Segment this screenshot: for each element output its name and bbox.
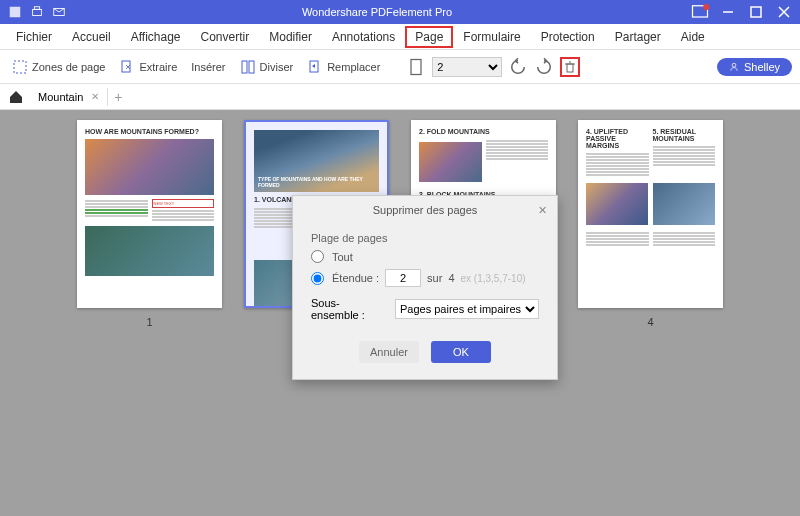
cancel-button[interactable]: Annuler — [359, 341, 419, 363]
close-icon[interactable] — [772, 2, 796, 22]
menu-protection[interactable]: Protection — [531, 26, 605, 48]
radio-all[interactable] — [311, 250, 324, 263]
titlebar: Wondershare PDFelement Pro — [0, 0, 800, 24]
tabbar: Mountain✕ + — [0, 84, 800, 110]
notification-icon[interactable] — [688, 2, 712, 22]
dialog-close-icon[interactable]: ✕ — [538, 204, 547, 217]
svg-rect-1 — [33, 9, 42, 15]
document-tab[interactable]: Mountain✕ — [30, 88, 108, 106]
page-select[interactable]: 2 — [432, 57, 502, 77]
tool-zones[interactable]: Zones de page — [8, 56, 109, 78]
svg-rect-8 — [14, 61, 26, 73]
delete-pages-dialog: Supprimer des pages ✕ Plage de pages Tou… — [292, 195, 558, 380]
ok-button[interactable]: OK — [431, 341, 491, 363]
extract-icon — [119, 59, 135, 75]
svg-point-17 — [732, 63, 736, 67]
split-icon — [240, 59, 256, 75]
svg-rect-13 — [411, 59, 421, 74]
menu-affichage[interactable]: Affichage — [121, 26, 191, 48]
svg-rect-2 — [34, 7, 39, 10]
menu-aide[interactable]: Aide — [671, 26, 715, 48]
tool-replace[interactable]: Remplacer — [303, 56, 384, 78]
menubar: Fichier Accueil Affichage Convertir Modi… — [0, 24, 800, 50]
subset-select[interactable]: Pages paires et impaires — [395, 299, 539, 319]
workspace: HOW ARE MOUNTAINS FORMED? NEW TEXT 1 TYP… — [0, 110, 800, 516]
mail-icon[interactable] — [52, 5, 66, 19]
user-button[interactable]: Shelley — [717, 58, 792, 76]
subset-label: Sous-ensemble : — [311, 297, 387, 321]
replace-icon — [307, 59, 323, 75]
tool-insert[interactable]: Insérer — [187, 58, 229, 76]
svg-rect-14 — [567, 64, 573, 72]
menu-modifier[interactable]: Modifier — [259, 26, 322, 48]
toolbar: Zones de page Extraire Insérer Diviser R… — [0, 50, 800, 84]
add-tab-icon[interactable]: + — [114, 89, 122, 105]
maximize-icon[interactable] — [744, 2, 768, 22]
tool-extract[interactable]: Extraire — [115, 56, 181, 78]
rotate-right-icon[interactable] — [534, 57, 554, 77]
menu-accueil[interactable]: Accueil — [62, 26, 121, 48]
menu-convertir[interactable]: Convertir — [191, 26, 260, 48]
minimize-icon[interactable] — [716, 2, 740, 22]
page-thumb-4[interactable]: 4. UPLIFTED PASSIVE MARGINS 5. RESIDUAL … — [578, 120, 723, 506]
window-title: Wondershare PDFelement Pro — [66, 6, 688, 18]
svg-rect-11 — [249, 61, 254, 73]
menu-fichier[interactable]: Fichier — [6, 26, 62, 48]
delete-page-icon[interactable] — [560, 57, 580, 77]
print-icon[interactable] — [30, 5, 44, 19]
svg-rect-7 — [751, 7, 761, 17]
app-icon — [8, 5, 22, 19]
svg-point-5 — [703, 4, 709, 10]
range-input[interactable] — [385, 269, 421, 287]
page-number: 4 — [647, 316, 653, 328]
dialog-title: Supprimer des pages — [293, 196, 557, 224]
menu-annotations[interactable]: Annotations — [322, 26, 405, 48]
page-number: 1 — [146, 316, 152, 328]
svg-rect-10 — [242, 61, 247, 73]
home-icon[interactable] — [8, 89, 24, 105]
tool-split[interactable]: Diviser — [236, 56, 298, 78]
tab-close-icon[interactable]: ✕ — [91, 91, 99, 102]
page-icon[interactable] — [406, 57, 426, 77]
menu-page[interactable]: Page — [405, 26, 453, 48]
page-thumb-1[interactable]: HOW ARE MOUNTAINS FORMED? NEW TEXT 1 — [77, 120, 222, 506]
zones-icon — [12, 59, 28, 75]
rotate-left-icon[interactable] — [508, 57, 528, 77]
radio-range[interactable] — [311, 272, 324, 285]
menu-partager[interactable]: Partager — [605, 26, 671, 48]
svg-rect-0 — [10, 7, 21, 18]
range-group-label: Plage de pages — [311, 232, 539, 244]
menu-formulaire[interactable]: Formulaire — [453, 26, 530, 48]
user-icon — [729, 62, 739, 72]
